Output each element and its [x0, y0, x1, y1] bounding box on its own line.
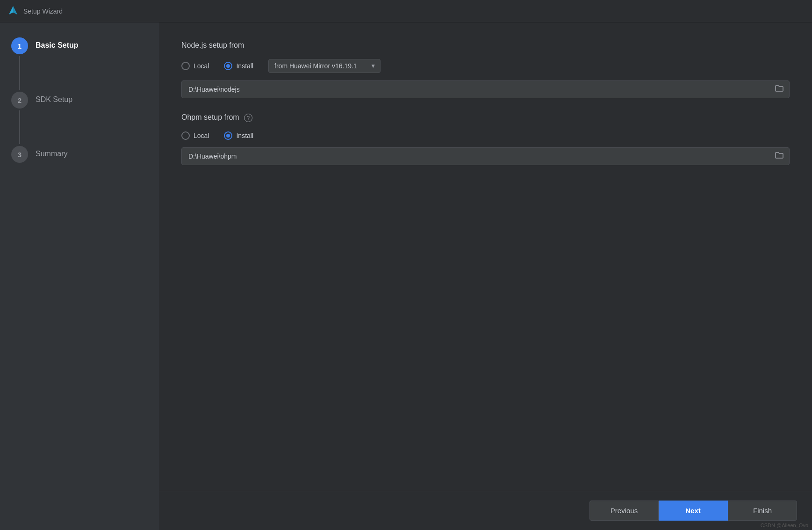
- ohpm-install-label: Install: [236, 132, 253, 139]
- nodejs-radio-group: Local Install from Huawei Mirror v16.19.…: [181, 59, 790, 73]
- ohpm-path-wrapper: [181, 147, 790, 165]
- nodejs-install-option[interactable]: Install: [224, 62, 253, 70]
- sidebar: 1 Basic Setup 2 SDK Setup 3 Summ: [0, 22, 159, 530]
- ohpm-install-radio[interactable]: [224, 131, 232, 140]
- watermark: CSDN @Aileen_Ovo: [761, 523, 808, 528]
- step-1: 1 Basic Setup: [11, 37, 148, 92]
- ohpm-help-icon[interactable]: ?: [244, 114, 252, 122]
- ohpm-install-radio-dot: [226, 134, 230, 138]
- nodejs-local-radio[interactable]: [181, 62, 190, 70]
- next-button[interactable]: Next: [659, 501, 728, 521]
- ohpm-path-input[interactable]: [182, 148, 769, 165]
- finish-button[interactable]: Finish: [728, 501, 797, 521]
- nodejs-local-label: Local: [194, 62, 209, 70]
- nodejs-mirror-dropdown-container[interactable]: from Huawei Mirror v16.19.1from Official…: [268, 59, 381, 73]
- title-bar: Setup Wizard: [0, 0, 812, 22]
- step-2-label: SDK Setup: [36, 92, 72, 104]
- nodejs-mirror-dropdown[interactable]: from Huawei Mirror v16.19.1from Official…: [268, 59, 381, 73]
- ohpm-radio-group: Local Install: [181, 131, 790, 140]
- nodejs-install-label: Install: [236, 62, 253, 70]
- ohpm-local-radio[interactable]: [181, 131, 190, 140]
- main-layout: 1 Basic Setup 2 SDK Setup 3 Summ: [0, 22, 812, 530]
- nodejs-path-input[interactable]: [182, 81, 769, 98]
- nodejs-path-wrapper: [181, 80, 790, 98]
- step-3: 3 Summary: [11, 146, 148, 163]
- step-2-circle: 2: [11, 92, 28, 109]
- bottom-bar: Previous Next Finish: [159, 491, 812, 530]
- nodejs-local-option[interactable]: Local: [181, 62, 209, 70]
- step-1-line: [19, 56, 20, 90]
- previous-button[interactable]: Previous: [589, 501, 659, 521]
- ohpm-section: Ohpm setup from ? Local Install: [181, 113, 790, 180]
- step-2-connector: 2: [11, 92, 28, 146]
- step-2-line: [19, 110, 20, 144]
- step-1-connector: 1: [11, 37, 28, 92]
- step-1-circle: 1: [11, 37, 28, 54]
- nodejs-install-radio[interactable]: [224, 62, 232, 70]
- step-3-label: Summary: [36, 146, 67, 158]
- nodejs-section-title: Node.js setup from: [181, 41, 790, 50]
- ohpm-section-title: Ohpm setup from ?: [181, 113, 790, 122]
- ohpm-local-option[interactable]: Local: [181, 131, 209, 140]
- ohpm-local-label: Local: [194, 132, 209, 139]
- ohpm-folder-icon[interactable]: [769, 148, 789, 165]
- step-1-label: Basic Setup: [36, 37, 79, 50]
- nodejs-install-radio-dot: [226, 64, 230, 68]
- app-logo: [7, 5, 19, 18]
- app-title: Setup Wizard: [23, 7, 63, 15]
- nodejs-section: Node.js setup from Local Install: [181, 41, 790, 113]
- step-3-connector: 3: [11, 146, 28, 163]
- content-area: Node.js setup from Local Install: [159, 22, 812, 530]
- step-3-circle: 3: [11, 146, 28, 163]
- ohpm-install-option[interactable]: Install: [224, 131, 253, 140]
- nodejs-folder-icon[interactable]: [769, 81, 789, 98]
- step-2: 2 SDK Setup: [11, 92, 148, 146]
